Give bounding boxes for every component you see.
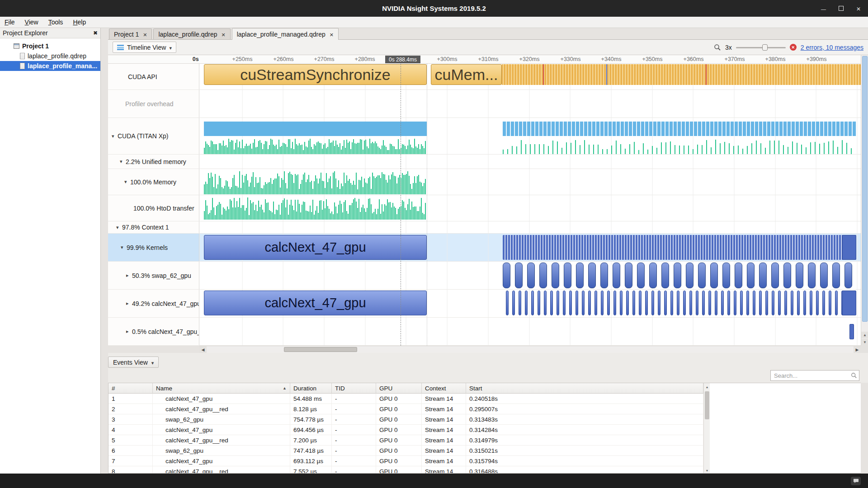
kernel-bar-calcnext[interactable]: calcNext_47_gpu	[204, 235, 427, 260]
maximize-icon[interactable]	[839, 6, 844, 11]
col-header-start[interactable]: Start	[466, 383, 703, 394]
tab-close-icon[interactable]	[330, 31, 334, 38]
menu-tools[interactable]: Tools	[48, 19, 63, 26]
kernels-dense-events[interactable]	[503, 235, 856, 260]
expand-icon[interactable]	[126, 328, 132, 334]
view-selector-label: Timeline View	[127, 44, 166, 51]
row-label-context[interactable]: 97.8% Context 1	[108, 221, 199, 233]
calcnext-red-end-block[interactable]	[849, 324, 854, 339]
table-row[interactable]: 5 calcNext_47_gpu__red 7.200 µs - GPU 0 …	[108, 435, 703, 446]
hscrollbar-thumb[interactable]	[284, 347, 357, 352]
zoom-slider[interactable]	[736, 44, 786, 51]
device-activity-bar[interactable]	[204, 122, 427, 136]
table-vscrollbar[interactable]: ▲ ▼	[703, 383, 710, 474]
view-selector-dropdown[interactable]: Timeline View	[113, 42, 176, 53]
table-scrollbar-thumb[interactable]	[705, 391, 709, 419]
collapse-icon[interactable]	[120, 159, 126, 164]
kernels-end-block[interactable]	[842, 235, 856, 260]
timeline-hscrollbar[interactable]: ◀ ▶	[199, 346, 861, 353]
scroll-down-icon[interactable]: ▼	[861, 339, 868, 346]
scroll-up-icon[interactable]: ▲	[704, 384, 710, 390]
errors-messages-link[interactable]: 2 errors, 10 messages	[801, 44, 863, 51]
collapse-icon[interactable]	[116, 225, 122, 230]
cursor-tooltip: 0s 288.4ms	[385, 56, 420, 63]
tab-close-icon[interactable]	[143, 31, 147, 38]
table-row[interactable]: 4 calcNext_47_gpu 694.456 µs - GPU 0 Str…	[108, 425, 703, 435]
project-icon	[14, 43, 19, 49]
table-row[interactable]: 1 calcNext_47_gpu 54.488 ms - GPU 0 Stre…	[108, 394, 703, 404]
timeline-vscrollbar[interactable]: ▲ ▼	[861, 55, 868, 346]
expand-icon[interactable]	[126, 272, 132, 278]
track-context	[199, 221, 861, 233]
swap-kernel-bars[interactable]	[503, 263, 856, 288]
row-label-htod[interactable]: 100.0% HtoD transfer	[108, 195, 199, 221]
row-label-kernels[interactable]: 99.9% Kernels	[108, 234, 199, 261]
kernel-bar-calcnext-2[interactable]: calcNext_47_gpu	[204, 291, 427, 315]
notification-bubble-icon[interactable]	[851, 477, 861, 485]
row-label-cuda-api[interactable]: CUDA API	[108, 64, 199, 89]
zoom-slider-track[interactable]	[736, 47, 786, 48]
events-view-dropdown[interactable]: Events View	[108, 357, 159, 368]
event-bar-cumem[interactable]: cuMem...	[431, 64, 502, 85]
ruler-tick: +250ms	[232, 56, 253, 62]
row-label-profiler-overhead[interactable]: Profiler overhead	[108, 90, 199, 117]
tab-laplace-profile-managed[interactable]: laplace_profile_managed.qdrep	[232, 28, 339, 40]
row-label-calcnext[interactable]: 49.2% calcNext_47_gpu	[108, 290, 199, 317]
table-row[interactable]: 7 calcNext_47_gpu 693.112 µs - GPU 0 Str…	[108, 456, 703, 466]
tree-item-qdrep[interactable]: laplace_profile.qdrep	[0, 51, 100, 61]
tab-project-1[interactable]: Project 1	[109, 28, 152, 39]
device-activity-striped[interactable]	[503, 122, 856, 136]
zoom-slider-handle[interactable]	[762, 44, 768, 51]
table-row[interactable]: 8 calcNext_47_gpu__red 7.552 µs - GPU 0 …	[108, 466, 703, 474]
project-tree: Project 1 laplace_profile.qdrep laplace_…	[0, 38, 100, 71]
row-label-device[interactable]: CUDA (TITAN Xp)	[108, 118, 199, 154]
expand-icon[interactable]	[126, 300, 132, 306]
report-file-icon	[20, 63, 25, 69]
calcnext-end-block[interactable]	[842, 291, 856, 315]
cuda-api-dense-events[interactable]	[502, 64, 861, 85]
tree-item-project[interactable]: Project 1	[0, 41, 100, 51]
vscrollbar-thumb[interactable]	[862, 56, 868, 322]
menubar: File View Tools Help	[0, 17, 868, 28]
search-input[interactable]	[770, 370, 859, 381]
tab-label: laplace_profile_managed.qdrep	[237, 31, 326, 38]
scroll-up-icon[interactable]: ▲	[861, 332, 868, 338]
scroll-down-icon[interactable]: ▼	[704, 467, 710, 474]
collapse-icon[interactable]	[112, 133, 118, 139]
close-icon[interactable]	[856, 5, 861, 12]
col-header-duration[interactable]: Duration	[290, 383, 332, 394]
menu-file[interactable]: File	[5, 19, 15, 26]
collapse-icon[interactable]	[124, 179, 130, 185]
explorer-close-icon[interactable]: ✖	[93, 30, 98, 36]
timeline-cursor-line	[401, 64, 401, 346]
menu-view[interactable]: View	[25, 19, 38, 26]
col-header-gpu[interactable]: GPU	[376, 383, 422, 394]
col-header-tid[interactable]: TID	[332, 383, 376, 394]
project-explorer-title: Project Explorer	[3, 29, 48, 37]
calcnext-dense-bars[interactable]	[506, 291, 856, 315]
col-header-num[interactable]: #	[108, 383, 153, 394]
ruler-tick: +340ms	[601, 56, 622, 62]
tab-close-icon[interactable]	[221, 31, 225, 38]
row-label-calcnext-red[interactable]: 0.5% calcNext_47_gpu__	[108, 318, 199, 345]
event-bar-custreamsynchronize[interactable]: cuStreamSynchronize	[204, 64, 427, 85]
row-label-unified-memory[interactable]: 2.2% Unified memory	[108, 155, 199, 169]
scroll-left-icon[interactable]: ◀	[199, 346, 207, 353]
menu-help[interactable]: Help	[73, 19, 86, 26]
minimize-icon[interactable]	[821, 5, 826, 12]
panel-splitter[interactable]	[101, 28, 108, 474]
col-header-context[interactable]: Context	[422, 383, 466, 394]
table-row[interactable]: 6 swap_62_gpu 747.418 µs - GPU 0 Stream …	[108, 446, 703, 456]
toolbar-right: 3x 2 errors, 10 messages	[714, 44, 863, 51]
scroll-right-icon[interactable]: ▶	[854, 346, 861, 353]
events-table-panel: # Name▲ Duration TID GPU Context Start 1…	[108, 383, 861, 474]
row-label-memory[interactable]: 100.0% Memory	[108, 169, 199, 195]
table-row[interactable]: 2 calcNext_47_gpu__red 8.128 µs - GPU 0 …	[108, 404, 703, 414]
tab-laplace-profile[interactable]: laplace_profile.qdrep	[153, 28, 230, 39]
table-row[interactable]: 3 swap_62_gpu 754.778 µs - GPU 0 Stream …	[108, 414, 703, 425]
row-label-swap[interactable]: 50.3% swap_62_gpu	[108, 262, 199, 289]
col-header-name[interactable]: Name▲	[153, 383, 290, 394]
timeline-row-htod: 100.0% HtoD transfer	[108, 195, 861, 221]
collapse-icon[interactable]	[121, 244, 127, 250]
tree-item-qdrep-managed[interactable]: laplace_profile_mana...	[0, 61, 100, 71]
